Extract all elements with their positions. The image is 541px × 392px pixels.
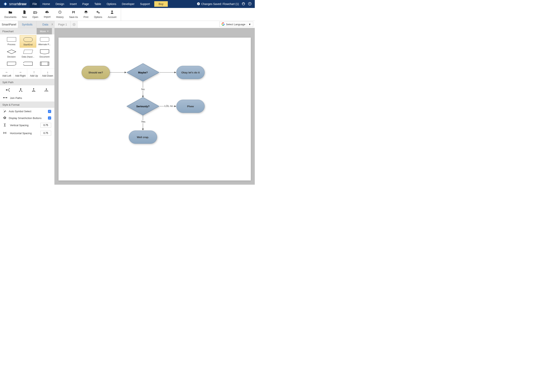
- split-btn-1[interactable]: [2, 87, 14, 93]
- magic-icon: [3, 109, 6, 113]
- language-selector[interactable]: Select Language | ▼: [219, 22, 253, 27]
- buy-button[interactable]: Buy: [154, 1, 168, 7]
- shape-decision[interactable]: Decision: [3, 47, 20, 60]
- add-page-button[interactable]: [71, 21, 78, 28]
- toolbar-open[interactable]: Open: [30, 9, 41, 20]
- svg-point-3: [242, 2, 245, 5]
- help-icon[interactable]: ?: [248, 2, 252, 6]
- shape-process[interactable]: Process: [3, 35, 20, 47]
- page-tab-1[interactable]: Page 1: [55, 21, 71, 28]
- svg-point-15: [99, 13, 99, 13]
- canvas[interactable]: Should we? Maybe? Okay let's do it No: [58, 38, 251, 181]
- toolbar-account[interactable]: Account: [105, 9, 119, 20]
- toolbar-history[interactable]: History: [53, 9, 66, 20]
- svg-text:?: ?: [249, 2, 250, 5]
- split-btn-2[interactable]: [15, 87, 26, 93]
- checkbox-checked-icon[interactable]: ✓: [48, 110, 51, 113]
- menu-home[interactable]: Home: [40, 0, 53, 8]
- node-okay[interactable]: Okay let's do it: [176, 66, 205, 79]
- page-tabs: Page 1: [55, 21, 78, 28]
- save-icon: [72, 10, 75, 15]
- checkbox-checked-icon[interactable]: ✓: [48, 116, 51, 120]
- menu-design[interactable]: Design: [53, 0, 67, 8]
- shape-data[interactable]: Data (Input...: [20, 47, 36, 60]
- shapes-grid: Process Start/End Alternate P... Decisio…: [0, 34, 54, 69]
- language-label: Select Language: [226, 23, 245, 26]
- shape-extra-2[interactable]: [20, 60, 36, 68]
- menu-file[interactable]: File: [30, 0, 40, 8]
- toolbar-import[interactable]: Import: [41, 9, 53, 20]
- add-right-button[interactable]: →Add Right: [14, 69, 27, 79]
- horizontal-spacing-input[interactable]: [40, 131, 51, 135]
- split-path-header: Split Path: [0, 79, 54, 85]
- toolbar-options[interactable]: Options: [91, 9, 105, 20]
- file-icon: [23, 10, 26, 15]
- svg-point-31: [34, 91, 35, 92]
- vertical-spacing-input[interactable]: [40, 123, 51, 128]
- menu-bar: smartdraw File Home Design Insert Page T…: [0, 0, 255, 8]
- shape-extra-3[interactable]: [36, 60, 53, 68]
- google-icon: [222, 22, 225, 26]
- add-up-button[interactable]: ↑Add Up: [27, 69, 41, 79]
- svg-point-29: [32, 91, 33, 92]
- horizontal-spacing-row: Horizontal Spacing: [0, 129, 54, 137]
- edge-label-lolno: LOL no: [164, 104, 173, 108]
- tab-row: SmartPanel Symbols Data X Page 1 Select …: [0, 21, 255, 28]
- display-smartaction-row[interactable]: Display SmartAction Buttons ✓: [0, 115, 54, 121]
- add-direction-row: ←Add Left →Add Right ↑Add Up ↓Add Down: [0, 69, 54, 79]
- svg-rect-36: [3, 97, 4, 98]
- join-paths-button[interactable]: Join Paths: [0, 94, 54, 102]
- edge-label-yes: Yes: [141, 120, 146, 123]
- more-shapes-button[interactable]: More ▼: [37, 28, 52, 34]
- node-maybe[interactable]: Maybe?: [126, 63, 159, 82]
- menu-options[interactable]: Options: [104, 0, 119, 8]
- tab-data[interactable]: Data X: [36, 21, 55, 28]
- menu-items: File Home Design Insert Page Table Optio…: [30, 0, 168, 8]
- shapes-header: Flowchart More ▼: [0, 28, 54, 34]
- add-down-button[interactable]: ↓Add Down: [41, 69, 55, 79]
- smartpanel-sidebar: Flowchart More ▼ Process Start/End Alter…: [0, 28, 55, 185]
- node-wellcrap[interactable]: Well crap.: [129, 130, 157, 144]
- tab-smartpanel[interactable]: SmartPanel: [0, 21, 18, 28]
- canvas-area[interactable]: Should we? Maybe? Okay let's do it No: [55, 28, 255, 185]
- menu-page[interactable]: Page: [80, 0, 92, 8]
- svg-rect-37: [6, 97, 7, 98]
- main-area: Flowchart More ▼ Process Start/End Alter…: [0, 28, 255, 185]
- shape-alternate-process[interactable]: Alternate P...: [36, 35, 53, 47]
- shape-document[interactable]: Document: [36, 47, 53, 60]
- menu-developer[interactable]: Developer: [119, 0, 137, 8]
- toolbar-print[interactable]: Print: [81, 9, 91, 20]
- close-icon[interactable]: X: [51, 23, 53, 26]
- auto-symbol-row[interactable]: Auto Symbol Select ✓: [0, 108, 54, 115]
- toolbar-saveas[interactable]: Save As: [66, 9, 81, 20]
- node-phew[interactable]: Phew: [176, 100, 205, 113]
- menubar-right: Changes Saved: Flowchart (1) ?: [197, 2, 255, 6]
- menu-table[interactable]: Table: [92, 0, 104, 8]
- menu-support[interactable]: Support: [137, 0, 153, 8]
- shape-start-end[interactable]: Start/End: [20, 35, 36, 47]
- open-folder-icon: [33, 10, 37, 15]
- print-icon: [84, 10, 88, 15]
- svg-rect-8: [73, 12, 74, 13]
- check-circle-icon: [197, 2, 200, 6]
- add-left-button[interactable]: ←Add Left: [0, 69, 14, 79]
- headset-icon[interactable]: [242, 2, 245, 6]
- svg-point-35: [47, 91, 48, 92]
- side-tabs: SmartPanel Symbols Data X: [0, 21, 55, 28]
- split-btn-3[interactable]: [28, 87, 39, 93]
- toolbar-new[interactable]: New: [19, 9, 30, 20]
- tab-symbols[interactable]: Symbols: [18, 21, 36, 28]
- file-toolbar: Documents New Open Import History Save A…: [0, 8, 255, 21]
- vspacing-icon: [3, 123, 6, 127]
- split-btn-4[interactable]: [41, 87, 52, 93]
- style-format-header: Style & Format: [0, 102, 54, 108]
- svg-point-28: [33, 88, 34, 89]
- toolbar-documents[interactable]: Documents: [2, 9, 19, 20]
- brand-text-2: draw: [18, 2, 26, 6]
- save-status-text: Changes Saved: Flowchart (1): [201, 2, 239, 5]
- node-start[interactable]: Should we?: [82, 66, 110, 79]
- edge-label-no: No: [141, 88, 145, 91]
- menu-insert[interactable]: Insert: [67, 0, 80, 8]
- node-seriously[interactable]: Seriously?: [126, 97, 159, 116]
- shape-extra-1[interactable]: [3, 60, 20, 68]
